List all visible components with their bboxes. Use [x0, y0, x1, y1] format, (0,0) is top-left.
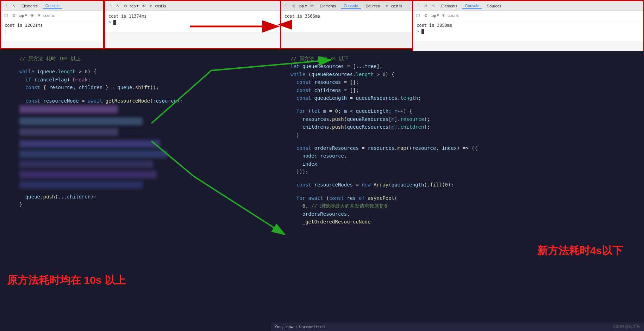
- right-index: index: [271, 160, 644, 168]
- devtools-window-2: ⋮ ↖ ⊘ top ▾ 👁 ▼ cost is cost is 11374ms …: [104, 0, 283, 49]
- dt1-toolbar: ⋮ ↖ Elements Console: [1, 1, 103, 11]
- right-let: let queueResources = [...tree];: [271, 62, 644, 70]
- devtools-window-3: ⋮ ⊘ top ▾ 👁 Elements Console Sources ▼ c…: [280, 0, 417, 49]
- dt1-elements-tab[interactable]: Elements: [19, 3, 40, 9]
- dt1-filter-bar: ◫ ⊘ top ▾ 👁 ▼ cost is: [1, 11, 103, 20]
- blurred-line-7: [19, 171, 157, 178]
- right-map-close: }));: [271, 168, 644, 176]
- watermark: CSDN @玩学长: [613, 324, 640, 329]
- right-orders-resources: ordersResources,: [271, 210, 644, 218]
- dt4-sidebar-icon[interactable]: ◫: [415, 13, 421, 18]
- dt4-top-selector[interactable]: top ▾: [431, 13, 439, 18]
- new-method-label: 新方法耗时4s以下: [537, 242, 623, 259]
- dt2-cursor-icon[interactable]: ↖: [115, 3, 120, 9]
- right-resources-push: resources.push(queueResources[m].resourc…: [271, 115, 644, 123]
- dt1-console-content: cost is 12021ms |: [1, 20, 103, 41]
- dt1-block-icon[interactable]: ⊘: [11, 13, 17, 18]
- code-line-const: const { resource, children } = queue.shi…: [0, 84, 271, 91]
- right-comment: // 新方法 耗时 3s 以下: [271, 55, 644, 62]
- dt3-eye-icon[interactable]: 👁: [309, 3, 315, 9]
- dt4-sources-tab[interactable]: Sources: [484, 3, 504, 9]
- right-six-comment: 6, // 浏览器最大的并发请求数就是6: [271, 202, 644, 210]
- dt3-menu-icon[interactable]: ⋮: [283, 3, 289, 9]
- right-resourcenodes: const resourceNodes = new Array(queueLen…: [271, 181, 644, 189]
- dt4-console-content: cost is 3850ms >: [413, 20, 643, 41]
- right-orders: const ordersResources = resources.map((r…: [271, 144, 644, 152]
- right-for: for (let m = 0; m < queueLength; m++) {: [271, 107, 644, 115]
- dt2-console-content: cost is 11374ms >: [105, 11, 282, 32]
- dt3-block-icon[interactable]: ⊘: [291, 3, 296, 9]
- dt2-filter-text: cost is: [155, 4, 166, 8]
- dt3-filter-text: cost is: [391, 4, 402, 8]
- blurred-line-4: [19, 140, 160, 148]
- dt3-console-tab[interactable]: Console: [341, 3, 361, 9]
- dt1-filter-text: cost is: [43, 13, 54, 18]
- right-getordered: _getOrderedResourceNode: [271, 218, 644, 226]
- blurred-line-1: [19, 105, 118, 113]
- dt1-console-tab[interactable]: Console: [43, 3, 62, 9]
- right-node: node: resource,: [271, 152, 644, 160]
- code-line-resourcenode: const resourceNode = await getResourceNo…: [0, 97, 271, 105]
- right-resources: const resources = [];: [271, 78, 644, 86]
- dt4-menu-icon[interactable]: ⋮: [415, 3, 421, 9]
- dt3-cursor-line: ▶: [285, 20, 413, 25]
- blurred-line-2: [19, 117, 143, 125]
- right-code-panel: // 新方法 耗时 3s 以下 let queueResources = [..…: [271, 51, 644, 323]
- dt3-console-content: cost is 3566ms ▶: [281, 11, 416, 32]
- dt2-menu-icon[interactable]: ⋮: [107, 3, 113, 9]
- dt1-filter-icon: ▼: [37, 13, 41, 18]
- dt2-toolbar: ⋮ ↖ ⊘ top ▾ 👁 ▼ cost is: [105, 1, 282, 11]
- dt3-elements-tab[interactable]: Elements: [317, 3, 339, 9]
- dt1-top-selector[interactable]: top ▾: [19, 13, 27, 18]
- dt2-top-selector[interactable]: top ▾: [130, 4, 139, 8]
- dt4-blockbtn-icon[interactable]: ⊘: [423, 13, 429, 18]
- dt4-cursor: [421, 29, 424, 34]
- dt1-output: cost is 12021ms: [5, 22, 99, 29]
- blurred-line-6: [19, 160, 153, 168]
- dt4-filter-bar: ◫ ⊘ top ▾ ▼ cost is: [413, 11, 643, 20]
- dt1-sidebar-icon[interactable]: ◫: [3, 13, 9, 18]
- dt4-output: cost is 3850ms: [417, 22, 639, 29]
- dt4-block-icon[interactable]: ⊘: [423, 3, 429, 9]
- dt2-prompt: >: [108, 20, 279, 25]
- right-for-await: for await (const res of asyncPool(: [271, 194, 644, 202]
- dt3-toolbar: ⋮ ⊘ top ▾ 👁 Elements Console Sources ▼ c…: [281, 1, 416, 11]
- old-method-label: 原方法耗时均在 10s 以上: [7, 272, 126, 289]
- right-childrens: const childrens = [];: [271, 86, 644, 94]
- blurred-line-3: [19, 128, 118, 136]
- dt1-menu-icon[interactable]: ⋮: [3, 3, 9, 9]
- dt3-sources-tab[interactable]: Sources: [363, 3, 383, 9]
- bottom-status-bar-right: You, now • Uncommitted: [271, 323, 644, 331]
- bottom-dot: •: [295, 325, 298, 329]
- dt3-output: cost is 3566ms: [285, 13, 413, 20]
- code-line-close: }: [0, 201, 271, 208]
- dt3-top-selector[interactable]: top ▾: [299, 4, 307, 8]
- dt1-cursor-icon[interactable]: ↖: [11, 3, 17, 9]
- dt4-elements-tab[interactable]: Elements: [438, 3, 460, 9]
- dt3-filter-icon: ▼: [385, 4, 389, 8]
- dt1-cursor-line: |: [5, 29, 99, 34]
- dt4-prompt: >: [417, 29, 639, 34]
- dt2-block-icon[interactable]: ⊘: [123, 3, 128, 9]
- right-childrens-push: childrens.push(queueResources[m].childre…: [271, 123, 644, 131]
- bottom-uncommitted: Uncommitted: [299, 325, 325, 329]
- code-line-while: while (queue.length > 0) {: [0, 68, 271, 75]
- blurred-line-5: [19, 150, 167, 158]
- left-code-panel: // 原方法 耗时 10s 以上 while (queue.length > 0…: [0, 51, 271, 331]
- code-comment-line: // 原方法 耗时 10s 以上: [0, 55, 271, 62]
- devtools-window-1: ⋮ ↖ Elements Console ◫ ⊘ top ▾ 👁 ▼ cost …: [0, 0, 104, 49]
- right-queuelength: const queueLength = queueResources.lengt…: [271, 94, 644, 102]
- right-while: while (queueResources.length > 0) {: [271, 71, 644, 78]
- dt4-filter-text: cost is: [448, 13, 458, 18]
- bottom-status-bar-left: [0, 323, 271, 331]
- blurred-line-8: [19, 181, 143, 189]
- devtools-window-4: ⋮ ⊘ ↖ Elements Console Sources ◫ ⊘ top ▾…: [412, 0, 644, 56]
- dt2-eye-icon[interactable]: 👁: [141, 3, 146, 9]
- right-for-close: }: [271, 131, 644, 139]
- code-line-push: queue.push(...children);: [0, 193, 271, 201]
- dt4-console-tab[interactable]: Console: [462, 3, 482, 9]
- dt2-cursor: [113, 20, 116, 25]
- dt4-filter-icon: ▼: [441, 13, 445, 18]
- dt4-cursor-icon[interactable]: ↖: [431, 3, 436, 9]
- dt1-eye-icon[interactable]: 👁: [29, 13, 35, 18]
